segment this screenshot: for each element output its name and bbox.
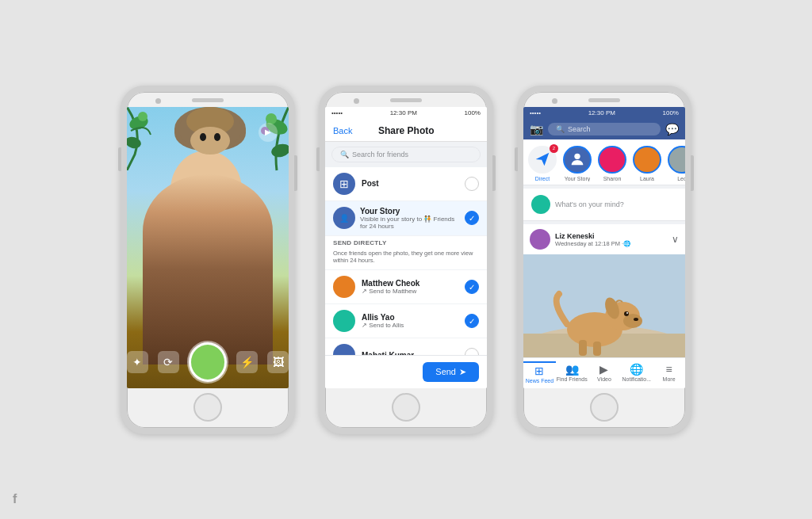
- sharon-avatar: [598, 146, 626, 174]
- find-friends-nav-item[interactable]: 👥 Find Friends: [556, 361, 588, 385]
- share-photo-nav: Back Share Photo: [325, 119, 487, 142]
- leo-label: Leo: [677, 176, 685, 181]
- svg-point-4: [270, 142, 289, 159]
- video-icon: ▶: [599, 363, 608, 376]
- flip-camera-button[interactable]: ⟳: [158, 351, 179, 373]
- effect-button-1[interactable]: ✦: [127, 351, 148, 373]
- send-arrow-icon: ➤: [459, 367, 466, 377]
- mahati-avatar: [333, 344, 355, 355]
- matthew-info: Matthew Cheok ↗ Send to Matthew: [362, 279, 458, 295]
- leo-avatar: [668, 146, 685, 174]
- more-nav-label: More: [663, 376, 676, 382]
- laura-story-item[interactable]: Laura: [633, 146, 661, 182]
- back-button[interactable]: Back: [333, 126, 352, 135]
- send-directly-label: SEND DIRECTLY: [325, 236, 487, 248]
- facebook-logo: f: [13, 492, 17, 506]
- hat-body: [174, 107, 246, 151]
- leo-story-item[interactable]: Leo: [668, 146, 685, 182]
- home-button-3[interactable]: [590, 393, 619, 422]
- post-label: Post: [362, 179, 458, 188]
- phone-1: ▶ ✦ ⟳ ⚡ 🖼: [121, 86, 295, 434]
- laura-label: Laura: [640, 176, 654, 181]
- speaker-2: [390, 98, 422, 102]
- matthew-check[interactable]: ✓: [465, 280, 479, 294]
- more-nav-item[interactable]: ≡ More: [653, 361, 685, 385]
- news-feed-nav-label: News Feed: [526, 378, 553, 384]
- allis-sub: ↗ Send to Allis: [362, 322, 458, 329]
- find-friends-icon: 👥: [565, 363, 579, 376]
- sloth-face: [190, 127, 230, 155]
- allis-name: Allis Yao: [362, 313, 458, 322]
- your-story-label: Your Story: [360, 207, 460, 216]
- post-info: Post: [362, 179, 458, 188]
- signal-3: •••••: [530, 109, 541, 116]
- notification-nav-item[interactable]: 🌐 Notificatio...: [620, 361, 653, 385]
- allis-avatar: [333, 310, 355, 332]
- send-directly-desc: Once friends open the photo, they get on…: [325, 248, 487, 271]
- phone-3: ••••• 12:30 PM 100% 📷 🔍 Search 💬: [517, 86, 691, 434]
- search-bar[interactable]: 🔍 Search: [548, 123, 661, 135]
- send-button[interactable]: Send ➤: [423, 362, 479, 382]
- share-list: ⊞ Post 👤 Your Story Visible in your stor…: [325, 167, 487, 355]
- mahati-check[interactable]: [465, 348, 479, 355]
- home-button-2[interactable]: [392, 393, 420, 422]
- camera-icon[interactable]: 📷: [530, 123, 543, 135]
- home-button-1[interactable]: [193, 393, 222, 422]
- post-input[interactable]: What's on your mind?: [555, 200, 677, 208]
- post-icon-avatar: ⊞: [333, 173, 355, 195]
- speaker-1: [192, 98, 224, 102]
- camera-ar-screen: ▶ ✦ ⟳ ⚡ 🖼: [127, 107, 289, 388]
- your-story-item[interactable]: Your Story: [563, 146, 592, 182]
- contact-mahati[interactable]: Mahati Kumar: [325, 338, 487, 355]
- your-story-info: Your Story Visible in your story to 🧑‍🤝‍…: [360, 207, 460, 230]
- your-story-avatar: 👤: [333, 207, 355, 229]
- sharon-story-item[interactable]: Sharon: [598, 146, 626, 182]
- search-friends-field[interactable]: 🔍 Search for friends: [331, 147, 481, 162]
- battery-display: 100%: [465, 109, 481, 116]
- post-option[interactable]: ⊞ Post: [325, 167, 487, 201]
- matthew-avatar: [333, 276, 355, 298]
- post-card-header: Liz Keneski Wednesday at 12:18 PM ·🌐 ∨: [523, 224, 685, 254]
- video-nav-item[interactable]: ▶ Video: [588, 361, 621, 385]
- sloth-eye-left: [200, 133, 206, 141]
- direct-label: Direct: [535, 176, 550, 181]
- phone-top-1: [127, 92, 289, 107]
- post-time: Wednesday at 12:18 PM ·🌐: [555, 240, 667, 247]
- laura-avatar: [633, 146, 661, 174]
- post-box[interactable]: What's on your mind?: [523, 189, 685, 221]
- user-avatar-post: [531, 195, 550, 214]
- globe-icon: 🌐: [630, 363, 643, 376]
- speaker-3: [588, 98, 620, 102]
- svg-point-18: [626, 312, 628, 314]
- send-label: Send: [435, 367, 456, 376]
- svg-point-17: [624, 311, 629, 316]
- gallery-button[interactable]: 🖼: [267, 351, 289, 373]
- share-photo-title: Share Photo: [378, 125, 435, 136]
- search-icon: 🔍: [340, 151, 349, 158]
- power-button-3: [691, 155, 694, 191]
- messenger-icon[interactable]: 💬: [665, 123, 679, 135]
- news-feed-screen: ••••• 12:30 PM 100% 📷 🔍 Search 💬: [523, 107, 685, 388]
- search-icon-3: 🔍: [556, 125, 565, 133]
- signal-dots: •••••: [331, 109, 343, 116]
- battery-3: 100%: [663, 109, 679, 116]
- news-feed-nav-item[interactable]: ⊞ News Feed: [523, 361, 556, 385]
- your-story-check[interactable]: ✓: [465, 211, 479, 225]
- liz-avatar: [530, 229, 550, 250]
- post-check[interactable]: [465, 177, 479, 191]
- direct-story-item[interactable]: Direct: [528, 146, 557, 182]
- post-options-chevron[interactable]: ∨: [672, 234, 679, 245]
- svg-rect-20: [579, 340, 587, 356]
- shutter-button[interactable]: [189, 342, 227, 382]
- contact-allis[interactable]: Allis Yao ↗ Send to Allis ✓: [325, 304, 487, 338]
- effect-button-2[interactable]: ⚡: [236, 351, 258, 373]
- share-photo-screen: ••••• 12:30 PM 100% Back Share Photo 🔍 S…: [325, 107, 487, 388]
- search-placeholder: Search for friends: [352, 151, 408, 158]
- play-button[interactable]: ▶: [259, 123, 278, 142]
- news-feed-view: ••••• 12:30 PM 100% 📷 🔍 Search 💬: [523, 107, 685, 388]
- liz-name: Liz Keneski: [555, 232, 667, 240]
- contact-matthew[interactable]: Matthew Cheok ↗ Send to Matthew ✓: [325, 270, 487, 304]
- svg-point-9: [574, 154, 580, 159]
- your-story-option[interactable]: 👤 Your Story Visible in your story to 🧑‍…: [325, 201, 487, 236]
- allis-check[interactable]: ✓: [465, 314, 479, 328]
